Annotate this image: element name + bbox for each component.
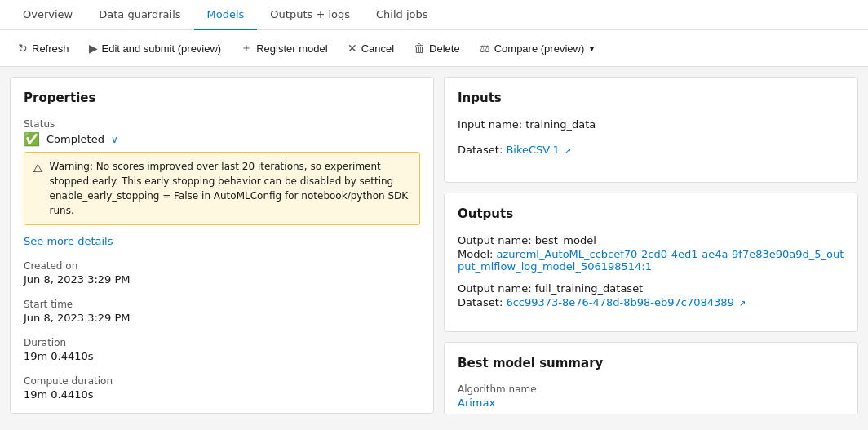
duration-label: Duration <box>24 337 420 348</box>
best-model-panel: Best model summary Algorithm name Arimax <box>444 342 858 414</box>
tab-data-guardrails[interactable]: Data guardrails <box>86 0 193 30</box>
output1-model-row: Model: azureml_AutoML_ccbcef70-2cd0-4ed1… <box>458 248 844 273</box>
algorithm-name-link[interactable]: Arimax <box>458 397 495 409</box>
completed-icon: ✅ <box>24 131 40 147</box>
delete-button[interactable]: 🗑 Delete <box>405 38 468 59</box>
created-on-value: Jun 8, 2023 3:29 PM <box>24 273 420 286</box>
output1-model-link[interactable]: azureml_AutoML_ccbcef70-2cd0-4ed1-ae4a-9… <box>458 248 844 273</box>
tab-overview[interactable]: Overview <box>10 0 86 30</box>
inputs-panel: Inputs Input name: training_data Dataset… <box>444 77 858 183</box>
status-label: Status <box>24 118 420 130</box>
input-name: Input name: training_data <box>458 118 844 131</box>
compute-duration-label: Compute duration <box>24 375 420 387</box>
warning-text: Warning: No scores improved over last 20… <box>50 159 411 218</box>
output2-dataset-link[interactable]: 6cc99373-8e76-478d-8b98-eb97c7084389 ↗ <box>506 296 746 308</box>
created-on-label: Created on <box>24 260 420 272</box>
properties-title: Properties <box>24 91 420 105</box>
play-icon: ▶ <box>89 42 98 55</box>
tab-models[interactable]: Models <box>194 0 258 30</box>
output2-name: Output name: full_training_dataset <box>458 282 844 295</box>
status-row: ✅ Completed ∨ <box>24 131 420 147</box>
output2-dataset-row: Dataset: 6cc99373-8e76-478d-8b98-eb97c70… <box>458 296 844 308</box>
output1-model-label: Model: <box>458 248 493 260</box>
status-value: Completed <box>46 133 104 145</box>
refresh-icon: ↻ <box>18 42 28 55</box>
plus-icon: ＋ <box>241 41 252 55</box>
external-link-icon2: ↗ <box>739 299 746 308</box>
compare-button[interactable]: ⚖ Compare (preview) ▾ <box>472 38 603 59</box>
external-link-icon: ↗ <box>565 146 571 155</box>
output1-name: Output name: best_model <box>458 234 844 246</box>
dataset-row: Dataset: BikeCSV:1 ↗ <box>458 144 844 156</box>
status-chevron[interactable]: ∨ <box>111 134 118 145</box>
compute-duration-value: 19m 0.4410s <box>24 388 420 401</box>
edit-submit-button[interactable]: ▶ Edit and submit (preview) <box>81 38 230 59</box>
main-content: Properties Status ✅ Completed ∨ ⚠️ Warni… <box>0 67 868 423</box>
chevron-down-icon: ▾ <box>590 44 594 53</box>
right-panels: Inputs Input name: training_data Dataset… <box>444 77 858 414</box>
see-more-link[interactable]: See more details <box>24 235 113 247</box>
register-model-button[interactable]: ＋ Register model <box>232 37 335 60</box>
compare-icon: ⚖ <box>480 42 490 55</box>
tabs-bar: Overview Data guardrails Models Outputs … <box>0 0 868 30</box>
warning-box: ⚠️ Warning: No scores improved over last… <box>24 152 420 225</box>
properties-panel: Properties Status ✅ Completed ∨ ⚠️ Warni… <box>10 77 434 414</box>
output2-dataset-label: Dataset: <box>458 296 503 308</box>
outputs-title: Outputs <box>458 206 844 221</box>
tab-child-jobs[interactable]: Child jobs <box>363 0 441 30</box>
inputs-title: Inputs <box>458 91 844 105</box>
dataset-label: Dataset: <box>458 144 503 156</box>
duration-value: 19m 0.4410s <box>24 350 420 362</box>
delete-icon: 🗑 <box>414 42 425 55</box>
refresh-button[interactable]: ↻ Refresh <box>10 38 78 59</box>
tab-outputs-logs[interactable]: Outputs + logs <box>257 0 363 30</box>
warning-icon: ⚠️ <box>33 160 43 218</box>
outputs-panel: Outputs Output name: best_model Model: a… <box>444 193 858 332</box>
toolbar: ↻ Refresh ▶ Edit and submit (preview) ＋ … <box>0 30 868 67</box>
dataset-link[interactable]: BikeCSV:1 ↗ <box>506 144 571 156</box>
best-model-title: Best model summary <box>458 356 844 370</box>
algorithm-name-label: Algorithm name <box>458 383 844 395</box>
cancel-button[interactable]: ✕ Cancel <box>339 38 402 59</box>
start-time-value: Jun 8, 2023 3:29 PM <box>24 312 420 324</box>
cancel-icon: ✕ <box>348 42 357 55</box>
start-time-label: Start time <box>24 299 420 310</box>
